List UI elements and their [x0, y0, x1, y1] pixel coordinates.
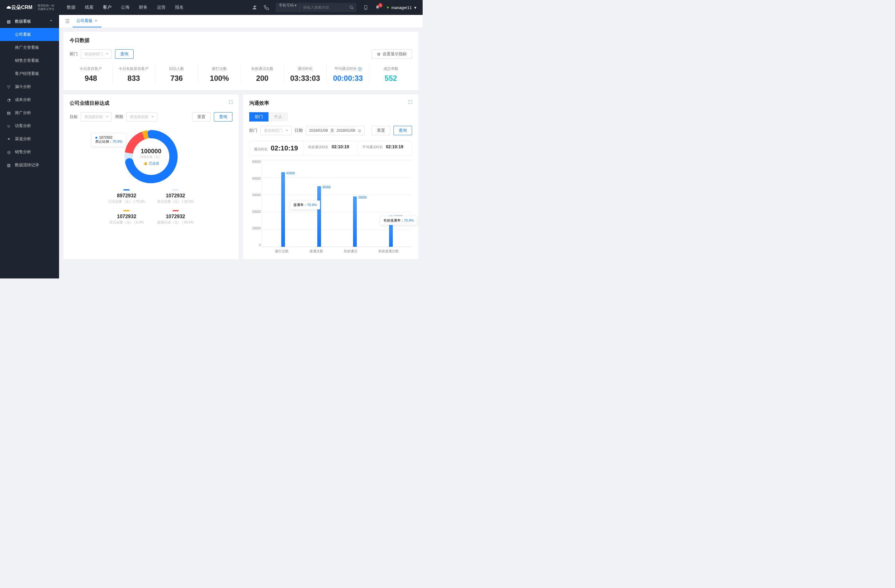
expand-icon[interactable]: ⛶ — [408, 100, 412, 105]
metric-label: 今日有效首咨客户 — [112, 66, 155, 71]
tab-company-board[interactable]: 公司看板 ✕ — [73, 15, 101, 27]
nav-finance[interactable]: 财务 — [139, 0, 148, 15]
add-user-icon[interactable] — [252, 5, 258, 11]
sidebar-group-dashboard[interactable]: ▧数据看板 ⌃ — [0, 15, 59, 28]
tab-close-icon[interactable]: ✕ — [94, 19, 97, 23]
user-menu[interactable]: manager11 ▾ — [387, 5, 416, 10]
bell-icon[interactable]: 5 — [375, 5, 381, 11]
y-tick: 50000 — [250, 160, 261, 164]
dept-select[interactable]: 请选择部门 — [81, 49, 112, 59]
y-tick: 10000 — [250, 227, 261, 230]
period-label: 周期 — [115, 114, 123, 120]
sidebar-item-sales-analysis[interactable]: ◎销售分析 — [0, 145, 59, 159]
donut-badge: 👍已达成 — [143, 161, 159, 166]
today-title: 今日数据 — [70, 37, 90, 44]
phone-icon[interactable] — [263, 5, 269, 11]
search-box: 手机号码 ▾ — [276, 3, 356, 12]
x-tick: 有效接通次数 — [378, 249, 399, 254]
sidebar-item-visitor[interactable]: ☺访客分析 — [0, 119, 59, 132]
bar-label: 35000 — [322, 186, 331, 189]
sidebar-item-flow[interactable]: ▥数据流转记录 — [0, 159, 59, 171]
nav-pool[interactable]: 公海 — [121, 0, 130, 15]
search-type-select[interactable]: 手机号码 ▾ — [276, 3, 300, 12]
legend-color-bar — [123, 210, 130, 211]
nav-leads[interactable]: 线索 — [85, 0, 94, 15]
reset-button[interactable]: 重置 — [192, 112, 211, 121]
legend-label: 未完成量（元） | 20.9% — [157, 199, 194, 204]
legend-label: 超额完成（元） | 89.9% — [157, 220, 194, 225]
seg-tab-dept[interactable]: 部门 — [249, 112, 268, 121]
period-select[interactable]: 请选择周期 — [126, 112, 157, 121]
info-icon[interactable]: ? — [358, 67, 362, 71]
metric-item: 回访人数736 — [155, 64, 198, 85]
bar[interactable]: 43000 — [281, 172, 285, 247]
legend-value: 8972932 — [108, 193, 145, 199]
legend-label: 应完成量（元） | 8.9% — [108, 220, 145, 225]
sidebar-item-cost[interactable]: ◔成本分析 — [0, 93, 59, 106]
y-tick: 0 — [250, 243, 261, 247]
sidebar-item-sales[interactable]: 销售主管看板 — [0, 54, 59, 67]
channel-icon: ⚭ — [6, 136, 11, 141]
search-input[interactable] — [300, 3, 346, 12]
legend-color-bar — [173, 210, 179, 211]
donut-tooltip: 1072932 所占比例：70.9% — [91, 133, 126, 147]
chart-tooltip-1: 接通率：70.9% — [290, 200, 320, 209]
x-axis: 拨打次数接通次数有效通话有效接通次数 — [262, 247, 412, 254]
search-button[interactable] — [346, 3, 356, 12]
chevron-up-icon: ⌃ — [49, 19, 53, 24]
metric-value: 200 — [241, 74, 284, 83]
donut-value: 100000 — [141, 148, 162, 155]
comm-title: 沟通效率 — [249, 100, 269, 107]
sidebar-item-funnel[interactable]: ▽漏斗分析 — [0, 80, 59, 93]
date-range-input[interactable]: 2018/01/08至2018/01/08▦ — [306, 126, 364, 135]
target-icon: ◎ — [6, 150, 11, 155]
y-tick: 20000 — [250, 210, 261, 214]
nav-signup[interactable]: 报名 — [175, 0, 184, 15]
legend-value: 1072932 — [157, 193, 194, 199]
query-button[interactable]: 查询 — [115, 49, 133, 59]
bar[interactable]: 29000 — [353, 196, 357, 247]
query-button[interactable]: 查询 — [214, 112, 232, 121]
metric-item: 成交单数552 — [370, 64, 412, 85]
pie-icon: ◔ — [6, 97, 11, 102]
legend-item: 1072932应完成量（元） | 8.9% — [108, 210, 145, 225]
dashboard-icon: ▧ — [6, 19, 11, 24]
username: manager11 — [391, 5, 412, 10]
sidebar-toggle-icon[interactable]: ☰ — [65, 18, 70, 24]
header-right-icons: 5 — [363, 5, 381, 11]
legend-color-bar — [123, 189, 130, 191]
metric-item: 有效通话次数200 — [241, 64, 284, 85]
mobile-icon[interactable] — [363, 5, 369, 11]
nav-data[interactable]: 数据 — [67, 0, 76, 15]
goal-label: 目标 — [70, 114, 78, 120]
cloud-icon — [6, 5, 11, 10]
metric-label: 成交单数 — [370, 66, 412, 71]
logo[interactable]: 云朵CRM 教育机构一站式服务云平台 — [6, 4, 55, 11]
dept-select[interactable]: 请选择部门 — [261, 126, 291, 135]
funnel-icon: ▽ — [6, 84, 11, 89]
legend-label: 已完成量（元） | 70.9% — [108, 199, 145, 204]
sidebar-item-company[interactable]: 公司看板 — [0, 28, 59, 41]
dept-label: 部门 — [249, 128, 257, 133]
query-button[interactable]: 查询 — [393, 126, 412, 135]
sidebar-item-channel[interactable]: ⚭渠道分析 — [0, 132, 59, 145]
sidebar-item-promo[interactable]: 推广主管看板 — [0, 41, 59, 54]
kpi-item: 通话时长02:10:19 — [250, 141, 303, 155]
sidebar-item-promo-analysis[interactable]: ▤推广分析 — [0, 106, 59, 119]
segment-tabs: 部门 个人 — [249, 112, 412, 121]
reset-button[interactable]: 重置 — [372, 126, 390, 135]
tab-bar: ☰ 公司看板 ✕ — [59, 15, 423, 27]
nav-customers[interactable]: 客户 — [103, 0, 112, 15]
nav-ops[interactable]: 运营 — [157, 0, 165, 15]
goal-select[interactable]: 请选择目标 — [81, 112, 112, 121]
metric-label: 拨打次数 — [198, 66, 241, 71]
config-metrics-button[interactable]: ⚙设置显示指标 — [372, 49, 412, 59]
sidebar-item-manager[interactable]: 客户经理看板 — [0, 67, 59, 80]
y-axis: 50000400003000020000100000 — [250, 160, 261, 247]
logo-text: 云朵CRM — [11, 5, 32, 11]
metric-value: 100% — [198, 74, 241, 83]
metrics-row: 今日首咨客户948今日有效首咨客户833回访人数736拨打次数100%有效通话次… — [70, 64, 412, 85]
seg-tab-person[interactable]: 个人 — [268, 112, 288, 121]
expand-icon[interactable]: ⛶ — [229, 100, 232, 105]
bar[interactable]: 35000 — [317, 186, 321, 247]
